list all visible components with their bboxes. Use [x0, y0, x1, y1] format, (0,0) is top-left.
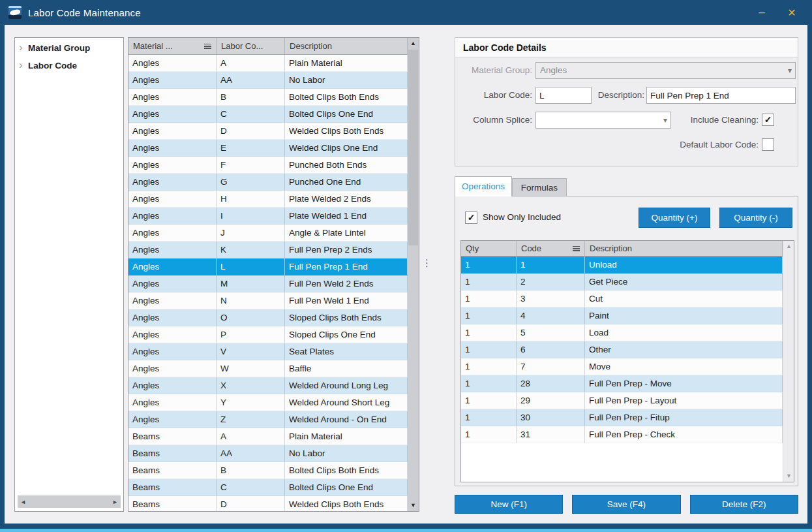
table-cell: I: [217, 208, 285, 225]
vertical-scrollbar[interactable]: ▲ ▼: [408, 38, 419, 511]
table-cell: B: [217, 89, 285, 106]
tree-item-labor-code[interactable]: › Labor Code: [15, 57, 123, 73]
scrollbar-thumb[interactable]: [408, 50, 418, 245]
scroll-down-icon[interactable]: ▼: [783, 471, 794, 482]
table-cell: Welded Clips One End: [285, 140, 408, 157]
table-row[interactable]: BeamsDWelded Clips Both Ends: [128, 496, 408, 512]
table-cell: Beams: [128, 479, 217, 496]
table-row[interactable]: BeamsCBolted Clips One End: [128, 479, 408, 496]
table-cell: Get Piece: [585, 274, 783, 290]
close-button[interactable]: ✕: [777, 0, 807, 25]
tree-item-label: Labor Code: [28, 61, 77, 70]
table-row[interactable]: AnglesIPlate Welded 1 End: [128, 208, 408, 225]
table-row[interactable]: AnglesAPlain Material: [128, 55, 408, 72]
table-cell: Angles: [128, 191, 217, 208]
table-cell: Angles: [128, 258, 217, 275]
table-cell: Angles: [128, 377, 217, 394]
include-cleaning-checkbox[interactable]: ✓: [762, 114, 774, 126]
show-only-included-checkbox[interactable]: ✓: [465, 211, 477, 224]
table-cell: Angles: [128, 275, 217, 292]
tab-operations[interactable]: Operations: [455, 176, 512, 196]
table-row[interactable]: AnglesKFull Pen Prep 2 Ends: [128, 242, 408, 258]
column-header-label: Code: [521, 243, 541, 253]
table-cell: D: [217, 496, 285, 512]
default-labor-code-label: Default Labor Code:: [612, 136, 759, 153]
table-row[interactable]: 130Full Pen Prep - Fitup: [461, 409, 783, 426]
table-row[interactable]: AnglesJAngle & Plate Lintel: [128, 225, 408, 242]
table-row[interactable]: AnglesMFull Pen Weld 2 Ends: [128, 275, 408, 292]
column-header-qty[interactable]: Qty: [461, 241, 517, 256]
table-row[interactable]: 16Other: [461, 341, 783, 358]
save-button[interactable]: Save (F4): [572, 495, 680, 514]
table-row[interactable]: AnglesXWelded Around Long Leg: [128, 377, 408, 394]
table-row[interactable]: AnglesVSeat Plates: [128, 343, 408, 360]
table-row[interactable]: AnglesEWelded Clips One End: [128, 140, 408, 157]
table-row[interactable]: 15Load: [461, 324, 783, 341]
table-row[interactable]: AnglesNFull Pen Weld 1 End: [128, 292, 408, 309]
table-cell: C: [217, 479, 285, 496]
scroll-down-icon[interactable]: ▼: [408, 500, 419, 511]
table-cell: 1: [461, 375, 517, 392]
column-header-material[interactable]: Material ...: [128, 38, 217, 54]
column-header-label: Description: [590, 243, 632, 253]
table-row[interactable]: AnglesLFull Pen Prep 1 End: [128, 258, 408, 275]
minimize-button[interactable]: –: [747, 0, 777, 25]
table-row[interactable]: BeamsAPlain Material: [128, 428, 408, 445]
table-row[interactable]: AnglesHPlate Welded 2 Ends: [128, 191, 408, 208]
chevron-right-icon[interactable]: ›: [19, 59, 28, 72]
column-header-labor-code[interactable]: Labor Co...: [217, 38, 285, 54]
horizontal-scrollbar[interactable]: ◄ ►: [18, 495, 121, 508]
table-row[interactable]: AnglesOSloped Clips Both Ends: [128, 309, 408, 326]
table-row[interactable]: 128Full Pen Prep - Move: [461, 375, 783, 392]
column-header-description[interactable]: Description: [585, 241, 783, 256]
table-row[interactable]: BeamsAANo Labor: [128, 445, 408, 462]
table-cell: Bolted Clips One End: [285, 479, 408, 496]
scroll-left-icon[interactable]: ◄: [18, 499, 29, 505]
table-row[interactable]: AnglesGPunched One End: [128, 174, 408, 191]
new-button[interactable]: New (F1): [455, 495, 563, 514]
material-group-dropdown[interactable]: Angles ▾: [535, 62, 796, 79]
default-labor-code-checkbox[interactable]: [762, 138, 774, 151]
table-cell: 1: [461, 392, 517, 409]
table-row[interactable]: 17Move: [461, 358, 783, 375]
table-row[interactable]: AnglesPSloped Clips One End: [128, 326, 408, 343]
description-input[interactable]: [646, 87, 796, 104]
window-title: Labor Code Maintenance: [28, 7, 141, 18]
table-row[interactable]: AnglesAANo Labor: [128, 72, 408, 89]
table-row[interactable]: 131Full Pen Prep - Check: [461, 426, 783, 443]
table-row[interactable]: 11Unload: [461, 257, 783, 274]
table-cell: L: [217, 258, 285, 275]
table-row[interactable]: 14Paint: [461, 307, 783, 324]
chevron-right-icon[interactable]: ›: [19, 41, 28, 54]
table-cell: Angles: [128, 225, 217, 242]
table-row[interactable]: AnglesZWelded Around - On End: [128, 411, 408, 428]
table-row[interactable]: 12Get Piece: [461, 274, 783, 290]
tab-formulas[interactable]: Formulas: [512, 178, 567, 196]
delete-button[interactable]: Delete (F2): [690, 495, 798, 514]
quantity-minus-button[interactable]: Quantity (-): [719, 208, 792, 228]
client-area: › Material Group › Labor Code ◄ ► ⋮ ⋮ Ma…: [5, 25, 807, 524]
table-row[interactable]: BeamsBBolted Clips Both Ends: [128, 462, 408, 479]
table-row[interactable]: AnglesDWelded Clips Both Ends: [128, 123, 408, 140]
table-row[interactable]: AnglesWBaffle: [128, 360, 408, 377]
column-header-label: Labor Co...: [221, 41, 263, 51]
table-cell: G: [217, 174, 285, 191]
table-cell: F: [217, 157, 285, 174]
vertical-scrollbar[interactable]: ▲ ▼: [783, 241, 794, 482]
table-row[interactable]: AnglesYWelded Around Short Leg: [128, 394, 408, 411]
table-row[interactable]: 129Full Pen Prep - Layout: [461, 392, 783, 409]
table-cell: Angles: [128, 292, 217, 309]
table-cell: Full Pen Prep - Fitup: [585, 409, 783, 426]
scroll-right-icon[interactable]: ►: [110, 499, 121, 505]
column-header-code[interactable]: Code: [517, 241, 585, 256]
table-row[interactable]: AnglesFPunched Both Ends: [128, 157, 408, 174]
scroll-up-icon[interactable]: ▲: [783, 241, 794, 252]
tree-item-material-group[interactable]: › Material Group: [15, 40, 123, 55]
splitter-grip[interactable]: ⋮: [422, 258, 430, 285]
table-row[interactable]: AnglesCBolted Clips One End: [128, 106, 408, 123]
table-row[interactable]: 13Cut: [461, 290, 783, 307]
column-header-description[interactable]: Description: [285, 38, 408, 54]
table-row[interactable]: AnglesBBolted Clips Both Ends: [128, 89, 408, 106]
scroll-up-icon[interactable]: ▲: [408, 38, 419, 49]
quantity-plus-button[interactable]: Quantity (+): [639, 208, 710, 228]
